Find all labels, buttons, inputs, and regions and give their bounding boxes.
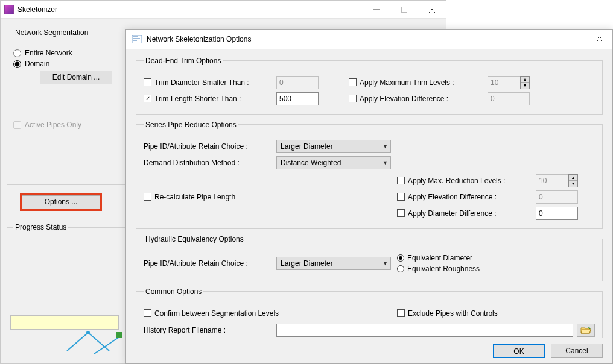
dead-end-group: Dead-End Trim Options Trim Diameter Smal…	[136, 57, 603, 115]
common-group: Common Options Confirm between Segmentat…	[136, 287, 603, 339]
close-icon	[429, 7, 435, 13]
chevron-down-icon: ▼	[383, 160, 388, 166]
svg-rect-1	[402, 7, 407, 12]
radio-entire-input[interactable]	[13, 49, 21, 57]
options-highlight: Options ...	[20, 193, 102, 211]
demand-method-value: Distance Weighted	[281, 158, 341, 167]
dead-end-legend: Dead-End Trim Options	[144, 57, 223, 65]
radio-domain-input[interactable]	[13, 60, 21, 68]
app-icon	[4, 5, 14, 14]
eq-diameter-radio[interactable]: Equivalent Diameter	[397, 254, 472, 262]
hydraulic-group: Hydraulic Equivalency Options Pipe ID/At…	[136, 235, 603, 281]
radio-icon	[397, 265, 404, 272]
dialog-icon	[132, 35, 142, 43]
deadend-elev-diff-checkbox[interactable]	[349, 95, 357, 102]
history-file-label: History Report Filename :	[144, 326, 226, 334]
close-button[interactable]	[418, 1, 446, 18]
recalc-length-checkbox[interactable]	[144, 193, 151, 201]
diam-diff-label: Apply Diameter Difference :	[408, 209, 497, 218]
dialog-footer: OK Cancel	[126, 338, 612, 363]
series-elev-diff-input	[536, 190, 578, 204]
active-pipes-label: Active Pipes Only	[25, 121, 81, 129]
series-elev-diff-label: Apply Elevation Difference :	[408, 193, 497, 201]
titlebar: Skeletonizer	[1, 1, 446, 19]
trim-length-label: Trim Length Shorter Than :	[154, 95, 241, 103]
eq-roughness-label: Equivalent Roughness	[407, 265, 480, 273]
hydraulic-retain-combo[interactable]: Larger Diameter ▼	[276, 257, 391, 270]
trim-length-input[interactable]	[276, 92, 319, 105]
status-bar	[10, 315, 119, 330]
dialog-titlebar: Network Skeletonization Options	[126, 30, 612, 49]
deadend-elev-diff-label: Apply Elevation Difference :	[360, 95, 448, 103]
svg-point-4	[86, 331, 90, 334]
diam-diff-checkbox[interactable]	[397, 209, 405, 217]
radio-domain-label: Domain	[25, 60, 49, 68]
demand-method-combo[interactable]: Distance Weighted ▼	[276, 156, 391, 169]
trim-diameter-input	[276, 76, 319, 89]
hydraulic-retain-value: Larger Diameter	[281, 259, 333, 268]
eq-roughness-radio[interactable]: Equivalent Roughness	[397, 265, 480, 273]
chevron-down-icon: ▼	[383, 143, 388, 149]
minimize-icon	[373, 7, 380, 13]
series-elev-diff-checkbox[interactable]	[397, 193, 405, 201]
max-reduction-spinner-buttons[interactable]: ▲▼	[568, 174, 578, 187]
common-legend: Common Options	[144, 287, 203, 296]
browse-button[interactable]	[577, 324, 595, 337]
max-trim-levels-spinner	[488, 76, 520, 89]
trim-diameter-checkbox[interactable]	[144, 78, 151, 86]
options-button[interactable]: Options ...	[22, 195, 100, 209]
deadend-elev-diff-input	[488, 92, 530, 105]
folder-open-icon	[580, 326, 591, 334]
maximize-button	[390, 1, 418, 18]
minimize-button[interactable]	[363, 1, 390, 18]
radio-entire-label: Entire Network	[25, 49, 72, 57]
segmentation-legend: Network Segmentation	[13, 28, 90, 37]
trim-length-checkbox[interactable]	[144, 95, 151, 102]
dialog-title: Network Skeletonization Options	[147, 35, 251, 43]
demand-method-label: Demand Distribution Method :	[144, 158, 240, 167]
options-dialog: Network Skeletonization Options Dead-End…	[125, 29, 613, 364]
window-title: Skeletonizer	[17, 5, 57, 14]
progress-legend: Progress Status	[13, 223, 68, 231]
max-reduction-spinner	[536, 174, 568, 187]
dialog-close-button[interactable]	[586, 30, 612, 49]
confirm-levels-label: Confirm between Segmentation Levels	[154, 309, 279, 318]
hydraulic-retain-label: Pipe ID/Attribute Retain Choice :	[144, 259, 248, 268]
max-trim-levels-checkbox[interactable]	[349, 78, 357, 86]
series-reduce-group: Series Pipe Reduce Options Pipe ID/Attri…	[136, 121, 603, 229]
series-retain-combo[interactable]: Larger Diameter ▼	[276, 140, 391, 153]
radio-icon	[397, 254, 404, 262]
recalc-length-label: Re-calculate Pipe Length	[154, 193, 235, 201]
svg-rect-6	[132, 35, 142, 43]
series-retain-label: Pipe ID/Attribute Retain Choice :	[144, 142, 248, 151]
cancel-button[interactable]: Cancel	[551, 344, 603, 358]
network-sketch-icon	[61, 330, 133, 360]
max-reduction-label: Apply Max. Reduction Levels :	[408, 177, 505, 185]
confirm-levels-checkbox[interactable]	[144, 309, 151, 317]
diam-diff-input[interactable]	[536, 207, 578, 220]
max-trim-levels-spinner-buttons[interactable]: ▲▼	[520, 76, 530, 89]
exclude-controls-checkbox[interactable]	[397, 309, 405, 317]
svg-rect-5	[116, 332, 122, 338]
history-file-input[interactable]	[276, 324, 573, 337]
ok-button[interactable]: OK	[493, 344, 545, 358]
max-reduction-checkbox[interactable]	[397, 177, 405, 184]
series-retain-value: Larger Diameter	[281, 142, 333, 151]
exclude-controls-label: Exclude Pipes with Controls	[408, 309, 498, 318]
chevron-down-icon: ▼	[383, 260, 388, 266]
maximize-icon	[401, 7, 407, 13]
edit-domain-button[interactable]: Edit Domain ...	[40, 71, 112, 84]
trim-diameter-label: Trim Diameter Smaller Than :	[154, 78, 249, 87]
series-legend: Series Pipe Reduce Options	[144, 121, 238, 129]
active-pipes-checkbox	[13, 121, 21, 129]
hydraulic-legend: Hydraulic Equivalency Options	[144, 235, 246, 243]
eq-diameter-label: Equivalent Diameter	[407, 254, 472, 262]
max-trim-levels-label: Apply Maximum Trim Levels :	[360, 78, 454, 87]
close-icon	[596, 36, 603, 42]
